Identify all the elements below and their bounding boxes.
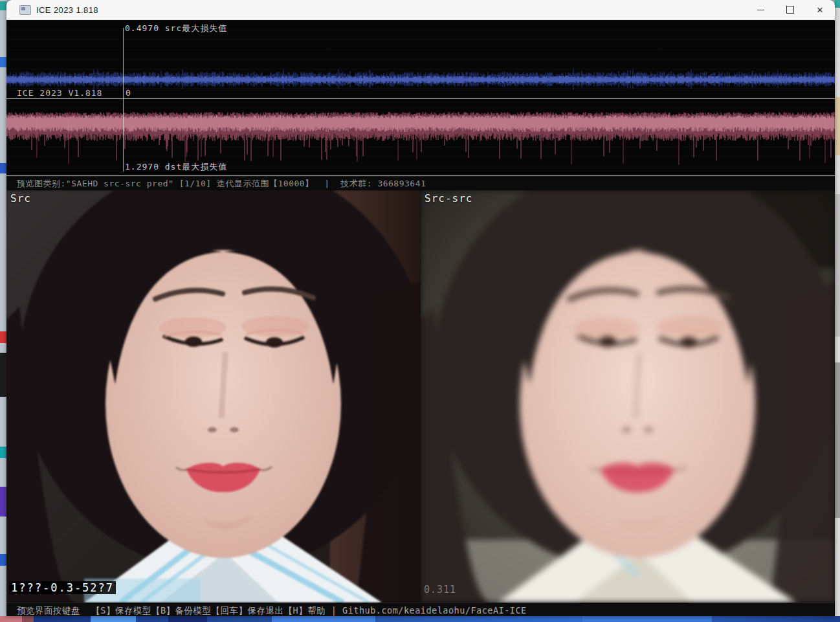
src-frame-overlay: 1???-0.3-52?7 bbox=[9, 581, 116, 594]
desktop-taskbar-strip bbox=[0, 616, 840, 622]
ice2023-window: ICE 2023 1.818 ✕ 0.4970 src最大损失值 ICE 202… bbox=[6, 0, 835, 616]
desktop-icon-fragment bbox=[0, 487, 6, 516]
minimize-button[interactable] bbox=[746, 0, 775, 19]
wallpaper-fragment bbox=[22, 616, 34, 622]
zero-label: 0 bbox=[126, 88, 131, 98]
preview-status-bar: 预览图类别:"SAEHD src-src pred" [1/10] 迭代显示范围… bbox=[6, 176, 835, 190]
src-preview-label: Src bbox=[10, 192, 31, 205]
pred-preview-panel: Src-src 0.311 bbox=[421, 190, 835, 603]
desktop-icon-fragment bbox=[0, 447, 6, 458]
desktop-edge-right bbox=[835, 0, 840, 622]
hotkey-help-bar: 预览界面按键盘 【S】保存模型【B】备份模型【回车】保存退出【H】帮助 | Gi… bbox=[6, 603, 835, 616]
desktop-fragment bbox=[835, 0, 840, 8]
desktop-fragment bbox=[835, 97, 840, 155]
maximize-icon bbox=[786, 6, 794, 14]
src-preview-panel: Src 1???-0.3-52?7 bbox=[6, 190, 421, 603]
pred-preview-image bbox=[421, 190, 835, 603]
src-preview-image bbox=[6, 190, 421, 603]
app-icon bbox=[19, 5, 31, 15]
wallpaper-fragment bbox=[168, 616, 207, 622]
desktop-icon-fragment bbox=[0, 1, 6, 10]
maximize-button[interactable] bbox=[775, 0, 805, 19]
close-icon: ✕ bbox=[817, 5, 824, 15]
graph-divider bbox=[6, 98, 835, 99]
desktop-icon-fragment bbox=[0, 554, 6, 566]
desktop-fragment bbox=[835, 194, 840, 337]
desktop-icon-fragment bbox=[0, 163, 6, 173]
minimize-icon bbox=[757, 10, 764, 10]
wallpaper-fragment bbox=[272, 616, 375, 622]
desktop-icon-fragment bbox=[0, 353, 6, 397]
iteration-marker bbox=[123, 28, 124, 172]
loss-history-graph: 0.4970 src最大损失值 ICE 2023 V1.818 0 1.2970… bbox=[6, 20, 835, 176]
wallpaper-fragment bbox=[582, 616, 712, 622]
desktop-icon-fragment bbox=[0, 57, 6, 67]
desktop-edge-left bbox=[0, 0, 6, 622]
graph-bottom-divider bbox=[6, 175, 835, 176]
pred-loss-overlay: 0.311 bbox=[424, 584, 456, 595]
close-button[interactable]: ✕ bbox=[805, 0, 835, 19]
preview-row: Src 1???-0.3-52?7 bbox=[6, 190, 835, 603]
preview-status-text: 预览图类别:"SAEHD src-src pred" [1/10] 迭代显示范围… bbox=[17, 178, 426, 190]
wallpaper-fragment bbox=[0, 616, 22, 622]
desktop-fragment bbox=[835, 362, 840, 518]
dst-max-loss-label: 1.2970 dst最大损失值 bbox=[125, 161, 227, 173]
title-bar[interactable]: ICE 2023 1.818 ✕ bbox=[6, 0, 835, 20]
src-max-loss-label: 0.4970 src最大损失值 bbox=[125, 23, 227, 34]
hotkey-help-text: 预览界面按键盘 【S】保存模型【B】备份模型【回车】保存退出【H】帮助 | Gi… bbox=[17, 605, 527, 617]
desktop-icon-fragment bbox=[0, 331, 6, 343]
wallpaper-fragment bbox=[91, 616, 136, 622]
window-title: ICE 2023 1.818 bbox=[36, 5, 98, 15]
version-label: ICE 2023 V1.818 bbox=[17, 88, 102, 98]
pred-preview-label: Src-src bbox=[425, 192, 472, 205]
